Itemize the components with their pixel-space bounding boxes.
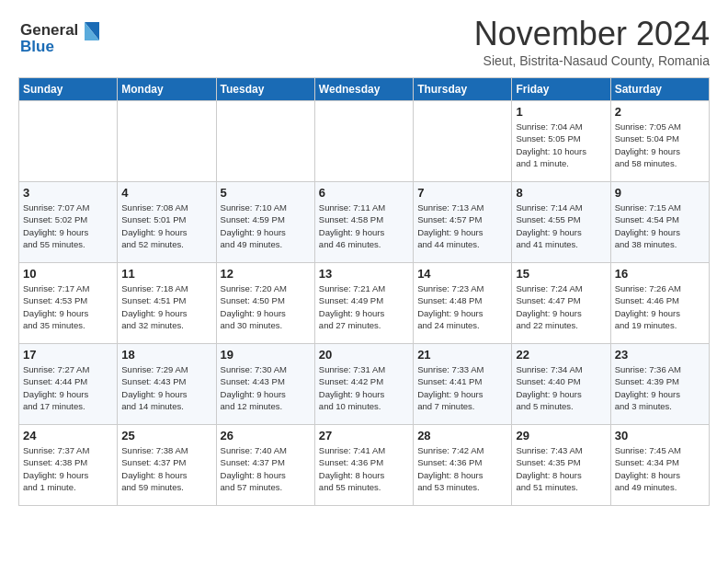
calendar-table: Sunday Monday Tuesday Wednesday Thursday…	[18, 77, 710, 506]
calendar-cell: 29Sunrise: 7:43 AMSunset: 4:35 PMDayligh…	[512, 425, 610, 506]
calendar-week-3: 10Sunrise: 7:17 AMSunset: 4:53 PMDayligh…	[19, 263, 710, 344]
day-info: Sunrise: 7:21 AMSunset: 4:49 PMDaylight:…	[319, 282, 409, 331]
calendar-cell: 9Sunrise: 7:15 AMSunset: 4:54 PMDaylight…	[610, 182, 709, 263]
col-friday: Friday	[512, 78, 610, 101]
day-number: 23	[615, 348, 705, 362]
day-info: Sunrise: 7:33 AMSunset: 4:41 PMDaylight:…	[417, 363, 507, 412]
day-number: 5	[221, 186, 311, 200]
day-info: Sunrise: 7:10 AMSunset: 4:59 PMDaylight:…	[221, 201, 311, 250]
day-info: Sunrise: 7:36 AMSunset: 4:39 PMDaylight:…	[615, 363, 705, 412]
day-number: 26	[221, 429, 311, 442]
day-info: Sunrise: 7:27 AMSunset: 4:44 PMDaylight:…	[23, 363, 113, 412]
col-saturday: Saturday	[610, 78, 709, 101]
calendar-cell: 17Sunrise: 7:27 AMSunset: 4:44 PMDayligh…	[19, 344, 118, 425]
calendar-cell: 30Sunrise: 7:45 AMSunset: 4:34 PMDayligh…	[610, 425, 709, 506]
calendar-cell	[118, 101, 216, 182]
day-number: 27	[319, 429, 409, 442]
calendar-cell: 13Sunrise: 7:21 AMSunset: 4:49 PMDayligh…	[314, 263, 413, 344]
calendar-cell	[216, 101, 314, 182]
logo-text: General Blue	[18, 15, 101, 63]
day-info: Sunrise: 7:15 AMSunset: 4:54 PMDaylight:…	[615, 201, 705, 250]
day-info: Sunrise: 7:40 AMSunset: 4:37 PMDaylight:…	[221, 444, 311, 493]
day-info: Sunrise: 7:34 AMSunset: 4:40 PMDaylight:…	[516, 363, 606, 412]
day-info: Sunrise: 7:31 AMSunset: 4:42 PMDaylight:…	[319, 363, 409, 412]
calendar-cell: 2Sunrise: 7:05 AMSunset: 5:04 PMDaylight…	[610, 101, 709, 182]
calendar-cell: 11Sunrise: 7:18 AMSunset: 4:51 PMDayligh…	[118, 263, 216, 344]
day-info: Sunrise: 7:08 AMSunset: 5:01 PMDaylight:…	[121, 201, 211, 250]
calendar-cell: 5Sunrise: 7:10 AMSunset: 4:59 PMDaylight…	[216, 182, 314, 263]
calendar-cell: 26Sunrise: 7:40 AMSunset: 4:37 PMDayligh…	[216, 425, 314, 506]
day-number: 6	[319, 186, 409, 200]
calendar-cell	[314, 101, 413, 182]
day-number: 15	[516, 267, 606, 281]
day-info: Sunrise: 7:17 AMSunset: 4:53 PMDaylight:…	[23, 282, 113, 331]
day-number: 11	[121, 267, 211, 281]
day-info: Sunrise: 7:07 AMSunset: 5:02 PMDaylight:…	[23, 201, 113, 250]
day-info: Sunrise: 7:42 AMSunset: 4:36 PMDaylight:…	[417, 444, 507, 493]
calendar-cell: 3Sunrise: 7:07 AMSunset: 5:02 PMDaylight…	[19, 182, 118, 263]
day-number: 3	[23, 186, 113, 200]
svg-text:Blue: Blue	[20, 38, 54, 55]
day-number: 24	[23, 429, 113, 442]
calendar-cell: 14Sunrise: 7:23 AMSunset: 4:48 PMDayligh…	[414, 263, 512, 344]
col-sunday: Sunday	[19, 78, 118, 101]
col-thursday: Thursday	[414, 78, 512, 101]
calendar-cell: 7Sunrise: 7:13 AMSunset: 4:57 PMDaylight…	[414, 182, 512, 263]
day-info: Sunrise: 7:38 AMSunset: 4:37 PMDaylight:…	[121, 444, 211, 493]
day-number: 25	[121, 429, 211, 442]
day-number: 10	[23, 267, 113, 281]
title-block: November 2024 Sieut, Bistrita-Nasaud Cou…	[474, 15, 710, 68]
calendar-week-1: 1Sunrise: 7:04 AMSunset: 5:05 PMDaylight…	[19, 101, 710, 182]
svg-text:General: General	[20, 21, 78, 39]
header-row: Sunday Monday Tuesday Wednesday Thursday…	[19, 78, 710, 101]
calendar-cell: 22Sunrise: 7:34 AMSunset: 4:40 PMDayligh…	[512, 344, 610, 425]
day-number: 4	[121, 186, 211, 200]
calendar-cell: 27Sunrise: 7:41 AMSunset: 4:36 PMDayligh…	[314, 425, 413, 506]
calendar-cell: 23Sunrise: 7:36 AMSunset: 4:39 PMDayligh…	[610, 344, 709, 425]
day-info: Sunrise: 7:23 AMSunset: 4:48 PMDaylight:…	[417, 282, 507, 331]
calendar-week-2: 3Sunrise: 7:07 AMSunset: 5:02 PMDaylight…	[19, 182, 710, 263]
day-info: Sunrise: 7:20 AMSunset: 4:50 PMDaylight:…	[221, 282, 311, 331]
calendar-cell: 6Sunrise: 7:11 AMSunset: 4:58 PMDaylight…	[314, 182, 413, 263]
day-number: 30	[615, 429, 705, 442]
calendar-cell	[19, 101, 118, 182]
col-monday: Monday	[118, 78, 216, 101]
calendar-cell: 1Sunrise: 7:04 AMSunset: 5:05 PMDaylight…	[512, 101, 610, 182]
calendar-cell: 10Sunrise: 7:17 AMSunset: 4:53 PMDayligh…	[19, 263, 118, 344]
day-number: 29	[516, 429, 606, 442]
day-number: 9	[615, 186, 705, 200]
day-info: Sunrise: 7:04 AMSunset: 5:05 PMDaylight:…	[516, 121, 606, 169]
day-info: Sunrise: 7:13 AMSunset: 4:57 PMDaylight:…	[417, 201, 507, 250]
calendar-cell: 12Sunrise: 7:20 AMSunset: 4:50 PMDayligh…	[216, 263, 314, 344]
calendar-cell	[414, 101, 512, 182]
page: General Blue November 2024 Sieut, Bistri…	[0, 0, 728, 521]
location-subtitle: Sieut, Bistrita-Nasaud County, Romania	[474, 53, 710, 68]
day-number: 14	[417, 267, 507, 281]
month-title: November 2024	[474, 15, 710, 53]
calendar-cell: 25Sunrise: 7:38 AMSunset: 4:37 PMDayligh…	[118, 425, 216, 506]
calendar-cell: 8Sunrise: 7:14 AMSunset: 4:55 PMDaylight…	[512, 182, 610, 263]
calendar-week-4: 17Sunrise: 7:27 AMSunset: 4:44 PMDayligh…	[19, 344, 710, 425]
day-number: 19	[221, 348, 311, 362]
day-number: 1	[516, 105, 606, 119]
day-number: 13	[319, 267, 409, 281]
day-number: 20	[319, 348, 409, 362]
day-info: Sunrise: 7:29 AMSunset: 4:43 PMDaylight:…	[121, 363, 211, 412]
day-info: Sunrise: 7:43 AMSunset: 4:35 PMDaylight:…	[516, 444, 606, 493]
calendar-cell: 18Sunrise: 7:29 AMSunset: 4:43 PMDayligh…	[118, 344, 216, 425]
calendar-cell: 20Sunrise: 7:31 AMSunset: 4:42 PMDayligh…	[314, 344, 413, 425]
calendar-cell: 28Sunrise: 7:42 AMSunset: 4:36 PMDayligh…	[414, 425, 512, 506]
day-number: 18	[121, 348, 211, 362]
calendar-cell: 19Sunrise: 7:30 AMSunset: 4:43 PMDayligh…	[216, 344, 314, 425]
header: General Blue November 2024 Sieut, Bistri…	[18, 15, 710, 68]
calendar-week-5: 24Sunrise: 7:37 AMSunset: 4:38 PMDayligh…	[19, 425, 710, 506]
calendar-cell: 16Sunrise: 7:26 AMSunset: 4:46 PMDayligh…	[610, 263, 709, 344]
logo: General Blue	[18, 15, 101, 63]
day-info: Sunrise: 7:11 AMSunset: 4:58 PMDaylight:…	[319, 201, 409, 250]
calendar-body: 1Sunrise: 7:04 AMSunset: 5:05 PMDaylight…	[19, 101, 710, 506]
day-info: Sunrise: 7:45 AMSunset: 4:34 PMDaylight:…	[615, 444, 705, 493]
day-number: 12	[221, 267, 311, 281]
day-info: Sunrise: 7:24 AMSunset: 4:47 PMDaylight:…	[516, 282, 606, 331]
day-info: Sunrise: 7:05 AMSunset: 5:04 PMDaylight:…	[615, 121, 705, 169]
day-info: Sunrise: 7:14 AMSunset: 4:55 PMDaylight:…	[516, 201, 606, 250]
